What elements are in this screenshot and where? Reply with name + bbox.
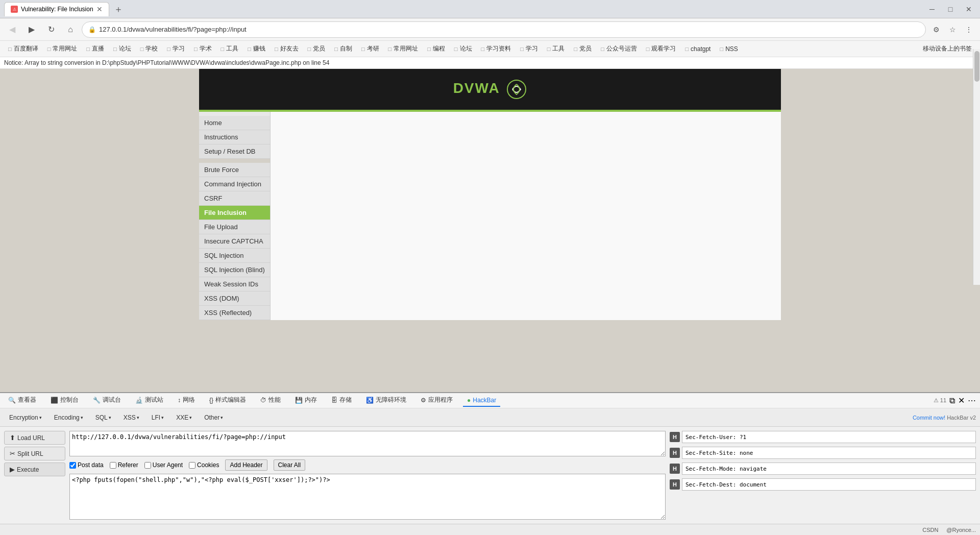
execute-button[interactable]: ▶ Execute xyxy=(4,463,65,476)
user-agent-checkbox-label[interactable]: User Agent xyxy=(144,461,183,469)
header-input-3[interactable] xyxy=(682,478,976,491)
post-data-checkbox[interactable] xyxy=(69,462,76,469)
back-button[interactable]: ◀ xyxy=(4,21,20,38)
extensions-button[interactable]: ⚙ xyxy=(929,22,943,37)
bookmark-item[interactable]: □ 学习 xyxy=(163,43,189,55)
clear-all-button[interactable]: Clear All xyxy=(274,459,306,471)
devtools-copy-button[interactable]: ⧉ xyxy=(949,396,955,405)
memory-icon: 💾 xyxy=(295,397,303,404)
cookies-checkbox[interactable] xyxy=(189,462,195,469)
split-url-button[interactable]: ✂ Split URL xyxy=(4,447,65,460)
hackbar-menu-encryption[interactable]: Encryption ▾ xyxy=(4,412,47,423)
bookmark-item[interactable]: □ 观看学习 xyxy=(642,43,680,55)
bookmark-item[interactable]: □ 党员 xyxy=(304,43,330,55)
bookmark-item[interactable]: □ 考研 xyxy=(357,43,383,55)
sidebar-item-sql-injection[interactable]: SQL Injection xyxy=(199,249,270,263)
sidebar-item-insecure-captcha[interactable]: Insecure CAPTCHA xyxy=(199,234,270,249)
url-input[interactable]: http://127.0.0.1/dvwa/vulnerabilities/fi… xyxy=(69,431,666,456)
devtool-debugger[interactable]: 🔧 调试台 xyxy=(89,394,125,407)
forward-button[interactable]: ▶ xyxy=(23,21,40,38)
maximize-button[interactable]: □ xyxy=(943,2,958,16)
hackbar-menu-sql[interactable]: SQL ▾ xyxy=(90,412,116,423)
tab-close-button[interactable]: ✕ xyxy=(96,5,103,13)
bookmark-item[interactable]: □ 赚钱 xyxy=(243,43,270,55)
devtool-application[interactable]: ⚙ 应用程序 xyxy=(416,394,457,407)
refresh-button[interactable]: ↻ xyxy=(43,21,59,38)
nav-actions: ⚙ ☆ ⋮ xyxy=(929,22,976,37)
header-input-2[interactable] xyxy=(682,463,976,475)
sidebar-item-file-inclusion[interactable]: File Inclusion xyxy=(199,206,270,220)
post-data-input[interactable]: <?php fputs(fopen("shell.php","w"),"<?ph… xyxy=(69,474,666,520)
notice-text: Notice: Array to string conversion in D:… xyxy=(4,59,329,66)
sidebar-item-file-upload[interactable]: File Upload xyxy=(199,220,270,234)
sidebar-item-brute-force[interactable]: Brute Force xyxy=(199,163,270,177)
scrollbar-track[interactable] xyxy=(973,49,980,285)
devtools-more-button[interactable]: ⋯ xyxy=(968,396,976,405)
post-data-checkbox-label[interactable]: Post data xyxy=(69,461,104,469)
hackbar-menu-lfi[interactable]: LFI ▾ xyxy=(146,412,169,423)
devtool-storage[interactable]: 🗄 存储 xyxy=(327,394,356,407)
bookmark-item[interactable]: □ 自制 xyxy=(330,43,356,55)
load-url-button[interactable]: ⬆ Load URL xyxy=(4,431,65,445)
bookmark-item[interactable]: □ 常用网址 xyxy=(43,43,82,55)
hackbar-menu-xss[interactable]: XSS ▾ xyxy=(118,412,144,423)
bookmark-item[interactable]: □ 好友去 xyxy=(271,43,303,55)
sidebar-item-xss-reflected[interactable]: XSS (Reflected) xyxy=(199,306,270,320)
header-input-0[interactable] xyxy=(682,431,976,443)
add-header-button[interactable]: Add Header xyxy=(225,459,267,471)
sidebar-item-sql-injection-blind[interactable]: SQL Injection (Blind) xyxy=(199,263,270,277)
bookmark-item[interactable]: □ 学校 xyxy=(136,43,162,55)
sidebar-item-csrf[interactable]: CSRF xyxy=(199,191,270,206)
bookmark-item[interactable]: □ 学术 xyxy=(190,43,216,55)
new-tab-button[interactable]: ＋ xyxy=(111,2,126,16)
bookmark-item[interactable]: □ 直播 xyxy=(82,43,108,55)
bookmark-item[interactable]: □ 工具 xyxy=(217,43,243,55)
bookmark-item[interactable]: □ 常用网址 xyxy=(384,43,423,55)
devtool-console[interactable]: ⬛ 控制台 xyxy=(46,394,83,407)
sidebar-item-weak-session[interactable]: Weak Session IDs xyxy=(199,277,270,291)
hackbar-menu-xxe[interactable]: XXE ▾ xyxy=(171,412,197,423)
menu-button[interactable]: ⋮ xyxy=(962,22,976,37)
sidebar-item-setup[interactable]: Setup / Reset DB xyxy=(199,144,270,159)
sidebar-item-home[interactable]: Home xyxy=(199,116,270,130)
bookmark-item[interactable]: □ 论坛 xyxy=(450,43,476,55)
active-tab[interactable]: ⚠ Vulnerability: File Inclusion ✕ xyxy=(4,2,109,16)
bookmark-item[interactable]: □ 工具 xyxy=(543,43,569,55)
devtool-hackbar[interactable]: ● HackBar xyxy=(463,395,500,407)
star-button[interactable]: ☆ xyxy=(945,22,960,37)
user-agent-checkbox[interactable] xyxy=(144,462,151,469)
devtool-style-editor[interactable]: {} 样式编辑器 xyxy=(205,394,250,407)
devtool-performance[interactable]: ⏱ 性能 xyxy=(256,394,285,407)
referer-checkbox-label[interactable]: Referer xyxy=(110,461,138,469)
devtool-test[interactable]: 🔬 测试站 xyxy=(131,394,167,407)
devtool-memory[interactable]: 💾 内存 xyxy=(291,394,321,407)
sidebar-item-command-injection[interactable]: Command Injection xyxy=(199,177,270,191)
sidebar-item-instructions[interactable]: Instructions xyxy=(199,130,270,144)
header-input-1[interactable] xyxy=(682,447,976,459)
bookmark-item[interactable]: □ 党员 xyxy=(570,43,596,55)
minimize-button[interactable]: ─ xyxy=(925,2,939,16)
scrollbar-thumb[interactable] xyxy=(974,51,979,82)
devtools-close-button[interactable]: ✕ xyxy=(958,396,965,405)
bookmark-mobile[interactable]: 移动设备上的书签 xyxy=(919,43,976,55)
hackbar-menu-other[interactable]: Other ▾ xyxy=(199,412,228,423)
bookmark-item[interactable]: □ NSS xyxy=(716,43,742,55)
devtool-accessibility[interactable]: ♿ 无障碍环境 xyxy=(362,394,410,407)
bookmark-item[interactable]: □ chatgpt xyxy=(681,43,715,55)
bookmark-item[interactable]: □ 论坛 xyxy=(109,43,135,55)
home-button[interactable]: ⌂ xyxy=(62,21,79,38)
referer-checkbox[interactable] xyxy=(110,462,116,469)
bookmark-item[interactable]: □ 公众号运营 xyxy=(597,43,641,55)
bookmark-item[interactable]: □ 百度翻译 xyxy=(4,43,42,55)
address-bar[interactable]: 🔒 127.0.0.1/dvwa/vulnerabilities/fi/?pag… xyxy=(82,21,926,38)
devtool-inspector[interactable]: 🔍 查看器 xyxy=(4,394,40,407)
sidebar-item-xss-dom[interactable]: XSS (DOM) xyxy=(199,291,270,306)
commit-link[interactable]: Commit now! xyxy=(913,415,945,421)
cookies-checkbox-label[interactable]: Cookies xyxy=(189,461,219,469)
bookmark-item[interactable]: □ 学习资料 xyxy=(477,43,516,55)
bookmark-item[interactable]: □ 编程 xyxy=(423,43,449,55)
close-button[interactable]: ✕ xyxy=(962,2,976,16)
hackbar-menu-encoding[interactable]: Encoding ▾ xyxy=(49,412,88,423)
bookmark-item[interactable]: □ 学习 xyxy=(516,43,542,55)
devtool-network[interactable]: ↕ 网络 xyxy=(174,394,199,407)
